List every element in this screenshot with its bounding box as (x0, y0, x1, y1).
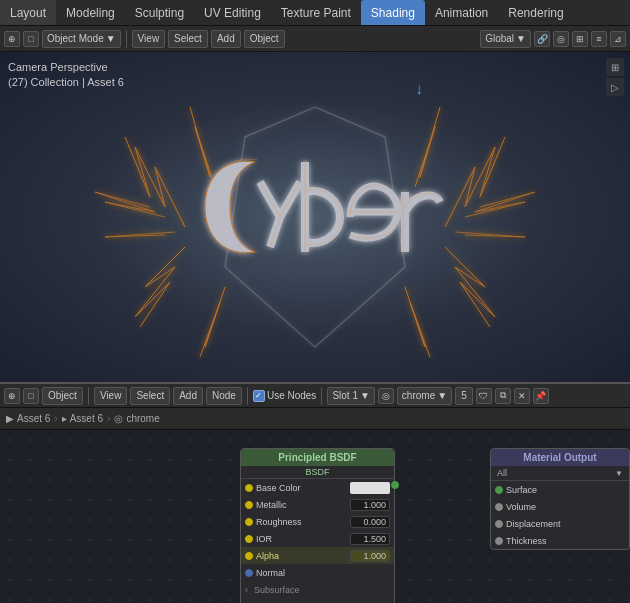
bsdf-row-alpha: Alpha 1.000 (241, 547, 394, 564)
toolbar-snap-icon[interactable]: ⊞ (572, 31, 588, 47)
toolbar-icon-transform[interactable]: ⊕ (4, 31, 20, 47)
breadcrumb-sep-1: › (54, 413, 57, 424)
use-nodes-toggle[interactable]: ✓ Use Nodes (253, 390, 316, 402)
menu-shading[interactable]: Shading (361, 0, 425, 25)
add-menu[interactable]: Add (211, 30, 241, 48)
socket-roughness-in (245, 518, 253, 526)
slot-dropdown[interactable]: Slot 1 ▼ (327, 387, 374, 405)
node-copy-icon[interactable]: ⧉ (495, 388, 511, 404)
node-select-btn[interactable]: Select (130, 387, 170, 405)
output-node-header: Material Output (491, 449, 629, 466)
menu-sculpting[interactable]: Sculpting (125, 0, 194, 25)
breadcrumb-sep-2: › (107, 413, 110, 424)
use-nodes-label: Use Nodes (267, 390, 316, 401)
viewport-icon-2[interactable]: ▷ (606, 78, 624, 96)
node-object-btn[interactable]: Object (42, 387, 83, 405)
node-save-icon[interactable]: 🛡 (476, 388, 492, 404)
node-view-btn[interactable]: View (94, 387, 128, 405)
material-output-node[interactable]: Material Output All ▼ Surface Volume Dis… (490, 448, 630, 550)
breadcrumb: ▶ Asset 6 › ▸ Asset 6 › ◎ chrome (0, 408, 630, 430)
node-mat-icon[interactable]: ◎ (378, 388, 394, 404)
bsdf-row-subsurface[interactable]: › Subsurface (241, 581, 394, 598)
cyber-logo-display (20, 82, 610, 372)
menu-rendering[interactable]: Rendering (498, 0, 573, 25)
ior-value[interactable]: 1.500 (350, 533, 390, 545)
viewport-3d[interactable]: Camera Perspective (27) Collection | Ass… (0, 52, 630, 382)
node-delete-icon[interactable]: ✕ (514, 388, 530, 404)
socket-volume-in (495, 503, 503, 511)
viewport-overlay-icons: ⊞ ▷ (606, 58, 624, 96)
node-toolbar-icon-2[interactable]: □ (23, 388, 39, 404)
base-color-swatch[interactable] (350, 482, 390, 494)
output-row-surface: Surface (491, 481, 629, 498)
bsdf-subtitle: BSDF (241, 466, 394, 479)
metallic-value[interactable]: 1.000 (350, 499, 390, 511)
node-add-btn[interactable]: Add (173, 387, 203, 405)
bsdf-row-specular[interactable]: › Specular (241, 598, 394, 603)
object-mode-dropdown[interactable]: Object Mode ▼ (42, 30, 121, 48)
output-row-thickness: Thickness (491, 532, 629, 549)
roughness-value[interactable]: 0.000 (350, 516, 390, 528)
material-dropdown[interactable]: chrome ▼ (397, 387, 452, 405)
object-menu[interactable]: Object (244, 30, 285, 48)
node-mat-index[interactable]: 5 (455, 387, 473, 405)
bsdf-row-metallic: Metallic 1.000 (241, 496, 394, 513)
top-menu-bar: Layout Modeling Sculpting UV Editing Tex… (0, 0, 630, 26)
divider-1 (126, 30, 127, 48)
bsdf-row-ior: IOR 1.500 (241, 530, 394, 547)
socket-surface-in (495, 486, 503, 494)
viewport-icon-1[interactable]: ⊞ (606, 58, 624, 76)
menu-texture-paint[interactable]: Texture Paint (271, 0, 361, 25)
camera-label: Camera Perspective (8, 60, 124, 75)
toolbar-icon-snap[interactable]: □ (23, 31, 39, 47)
breadcrumb-icon-3: ◎ (114, 413, 123, 424)
menu-layout[interactable]: Layout (0, 0, 56, 25)
breadcrumb-label-2: Asset 6 (70, 413, 103, 424)
bsdf-row-roughness: Roughness 0.000 (241, 513, 394, 530)
menu-uv-editing[interactable]: UV Editing (194, 0, 271, 25)
breadcrumb-icon-2: ▸ (62, 413, 67, 424)
breadcrumb-label-3: chrome (126, 413, 159, 424)
breadcrumb-item-2[interactable]: ▸ Asset 6 (62, 413, 103, 424)
node-toolbar-icon-1[interactable]: ⊕ (4, 388, 20, 404)
bsdf-node-header: Principled BSDF (241, 449, 394, 466)
alpha-value[interactable]: 1.000 (350, 550, 390, 562)
node-node-btn[interactable]: Node (206, 387, 242, 405)
expand-icon-subsurface: › (245, 585, 248, 595)
socket-ior-in (245, 535, 253, 543)
toolbar-options[interactable]: ≡ (591, 31, 607, 47)
socket-normal-in (245, 569, 253, 577)
socket-thickness-in (495, 537, 503, 545)
node-divider-3 (321, 387, 322, 405)
output-row-volume: Volume (491, 498, 629, 515)
cyber-logo-svg (65, 87, 565, 367)
socket-base-color-in (245, 484, 253, 492)
socket-metallic-in (245, 501, 253, 509)
node-divider-2 (247, 387, 248, 405)
menu-modeling[interactable]: Modeling (56, 0, 125, 25)
breadcrumb-icon-1: ▶ (6, 413, 14, 424)
viewport-toolbar: ⊕ □ Object Mode ▼ View Select Add Object… (0, 26, 630, 52)
bsdf-row-base-color: Base Color (241, 479, 394, 496)
output-subtitle-label: All (497, 468, 507, 478)
output-dropdown-arrow[interactable]: ▼ (615, 469, 623, 478)
select-menu[interactable]: Select (168, 30, 208, 48)
socket-displacement-in (495, 520, 503, 528)
toolbar-magnet[interactable]: 🔗 (534, 31, 550, 47)
toolbar-proportional[interactable]: ◎ (553, 31, 569, 47)
use-nodes-checkbox[interactable]: ✓ (253, 390, 265, 402)
node-editor-area[interactable]: Principled BSDF BSDF Base Color Metallic… (0, 430, 630, 603)
toolbar-gizmo[interactable]: ⊿ (610, 31, 626, 47)
global-dropdown[interactable]: Global ▼ (480, 30, 531, 48)
breadcrumb-item-3[interactable]: ◎ chrome (114, 413, 159, 424)
node-divider-1 (88, 387, 89, 405)
output-all-row: All ▼ (491, 466, 629, 481)
breadcrumb-label-1: Asset 6 (17, 413, 50, 424)
breadcrumb-item-1[interactable]: ▶ Asset 6 (6, 413, 50, 424)
principled-bsdf-node[interactable]: Principled BSDF BSDF Base Color Metallic… (240, 448, 395, 603)
view-menu[interactable]: View (132, 30, 166, 48)
node-pin-icon[interactable]: 📌 (533, 388, 549, 404)
menu-animation[interactable]: Animation (425, 0, 498, 25)
output-title: Material Output (523, 452, 596, 463)
socket-alpha-in (245, 552, 253, 560)
